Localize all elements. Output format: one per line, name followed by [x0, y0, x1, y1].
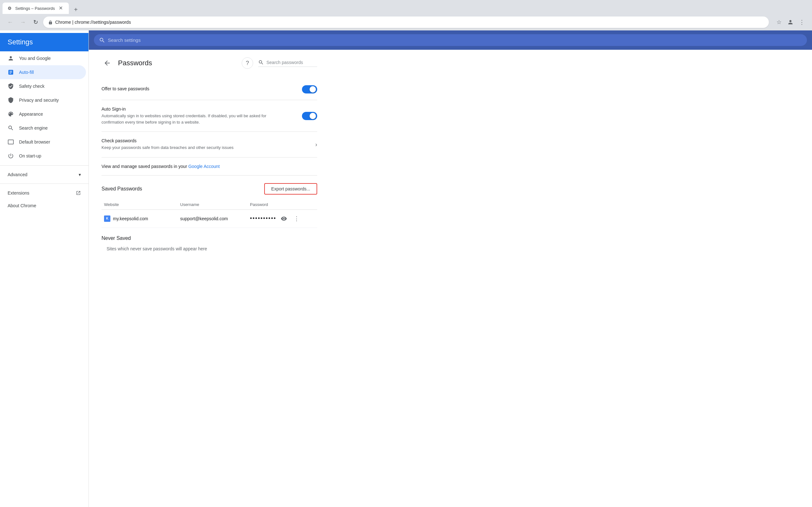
auto-signin-title: Auto Sign-in [101, 107, 302, 112]
check-passwords-content: Check passwords Keep your passwords safe… [101, 138, 315, 151]
browser-chrome: ⚙ Settings – Passwords ✕ + ← → ↻ Chrome … [0, 0, 812, 31]
check-passwords-arrow: › [315, 141, 317, 148]
table-row: K my.keepsolid.com support@keepsolid.com… [101, 210, 317, 228]
new-tab-button[interactable]: + [71, 5, 80, 14]
sidebar-about-chrome[interactable]: About Chrome [0, 199, 89, 212]
table-header-password: Password [247, 202, 317, 207]
manage-text: View and manage saved passwords in your [101, 164, 189, 169]
sidebar-label-auto-fill: Auto-fill [19, 70, 34, 75]
person-icon [8, 55, 14, 61]
offer-save-passwords-action [302, 85, 317, 94]
sidebar-item-on-startup[interactable]: On start-up [0, 149, 86, 163]
settings-search-bar [89, 31, 812, 50]
settings-title: Settings [8, 38, 33, 46]
never-saved-section: Never Saved Sites which never save passw… [101, 228, 317, 259]
sidebar-item-search-engine[interactable]: Search engine [0, 121, 86, 135]
password-dots: •••••••••• [250, 215, 276, 222]
more-options-button[interactable]: ⋮ [292, 214, 302, 224]
sidebar-item-you-google[interactable]: You and Google [0, 51, 86, 65]
forward-nav-button[interactable]: → [18, 17, 28, 27]
address-bar-row: ← → ↻ Chrome | chrome://settings/passwor… [0, 14, 812, 31]
pw-cell-password: •••••••••• ⋮ [247, 214, 317, 224]
username-text: support@keepsolid.com [180, 216, 228, 221]
never-saved-title: Never Saved [101, 235, 317, 241]
auto-signin-toggle[interactable] [302, 112, 317, 120]
address-bar[interactable]: Chrome | chrome://settings/passwords [43, 16, 769, 28]
website-text: my.keepsolid.com [113, 216, 148, 221]
site-favicon: K [104, 216, 110, 222]
search-settings-input[interactable] [108, 38, 802, 43]
sidebar-advanced[interactable]: Advanced ▾ [0, 168, 89, 181]
back-nav-button[interactable]: ← [5, 17, 15, 27]
autofill-icon [8, 69, 14, 75]
auto-signin-desc: Automatically sign in to websites using … [101, 113, 279, 125]
refresh-button[interactable]: ↻ [31, 17, 41, 27]
check-passwords-title: Check passwords [101, 138, 315, 143]
table-header-website: Website [101, 202, 177, 207]
browser-actions: ☆ ⋮ [774, 17, 807, 27]
check-passwords-chevron-icon: › [315, 141, 317, 148]
bookmark-button[interactable]: ☆ [774, 17, 784, 27]
never-saved-desc: Sites which never save passwords will ap… [101, 246, 317, 251]
auto-signin-action [302, 112, 317, 120]
search-input-wrap[interactable] [94, 34, 807, 46]
sidebar-divider-2 [0, 183, 89, 184]
sidebar-label-advanced: Advanced [8, 172, 27, 177]
advanced-chevron-icon: ▾ [79, 172, 81, 177]
tab-title: Settings – Passwords [15, 6, 55, 11]
offer-save-passwords-content: Offer to save passwords [101, 86, 302, 93]
sidebar-label-about: About Chrome [8, 203, 36, 208]
search-settings-icon [99, 37, 105, 43]
auto-signin-content: Auto Sign-in Automatically sign in to we… [101, 107, 302, 125]
sidebar-header: Settings [0, 33, 89, 51]
back-button[interactable] [101, 57, 113, 69]
google-account-link[interactable]: Google Account [189, 164, 220, 169]
show-password-button[interactable] [279, 214, 289, 224]
pw-cell-website: K my.keepsolid.com [101, 216, 177, 222]
auto-signin-row: Auto Sign-in Automatically sign in to we… [101, 100, 317, 132]
offer-save-passwords-title: Offer to save passwords [101, 86, 302, 91]
saved-passwords-header: Saved Passwords Export passwords... [101, 176, 317, 200]
sidebar-item-safety-check[interactable]: Safety check [0, 79, 86, 93]
tab-favicon: ⚙ [8, 6, 13, 11]
active-tab[interactable]: ⚙ Settings – Passwords ✕ [3, 3, 69, 14]
search-passwords-input[interactable] [266, 60, 317, 65]
offer-save-passwords-toggle[interactable] [302, 85, 317, 94]
password-actions: ⋮ [279, 214, 302, 224]
menu-button[interactable]: ⋮ [797, 17, 807, 27]
sidebar-extensions[interactable]: Extensions [0, 186, 89, 199]
search-passwords-wrap[interactable] [258, 59, 317, 67]
tab-close-button[interactable]: ✕ [57, 5, 64, 11]
default-browser-icon [8, 139, 14, 145]
address-text: Chrome | chrome://settings/passwords [55, 20, 131, 25]
settings-container: Settings You and Google Auto-fill Safety… [0, 31, 812, 507]
address-protocol: Chrome | [55, 20, 74, 25]
safety-check-icon [8, 83, 14, 89]
sidebar-label-extensions: Extensions [8, 190, 29, 195]
account-button[interactable] [785, 17, 796, 27]
export-passwords-button[interactable]: Export passwords... [264, 183, 317, 194]
sidebar-item-privacy-security[interactable]: Privacy and security [0, 93, 86, 107]
sidebar-item-auto-fill[interactable]: Auto-fill [0, 65, 86, 79]
saved-passwords-title: Saved Passwords [101, 186, 142, 192]
external-link-icon [76, 190, 81, 195]
sidebar-divider [0, 165, 89, 166]
sidebar-item-appearance[interactable]: Appearance [0, 107, 86, 121]
search-passwords-icon [258, 59, 264, 65]
help-button[interactable]: ? [242, 57, 253, 69]
sidebar-label-search-engine: Search engine [19, 125, 48, 130]
table-header-username: Username [177, 202, 247, 207]
sidebar-label-appearance: Appearance [19, 112, 43, 117]
sidebar: Settings You and Google Auto-fill Safety… [0, 31, 89, 507]
sidebar-label-default-browser: Default browser [19, 139, 50, 145]
sidebar-label-on-startup: On start-up [19, 153, 41, 158]
passwords-page: Passwords ? Offer to save passwords [89, 50, 330, 267]
main-content: Passwords ? Offer to save passwords [89, 31, 812, 507]
address-path: chrome://settings/passwords [74, 20, 131, 25]
check-passwords-row[interactable]: Check passwords Keep your passwords safe… [101, 132, 317, 158]
address-lock-icon [48, 20, 53, 25]
passwords-title: Passwords [118, 59, 237, 67]
sidebar-label-safety-check: Safety check [19, 83, 44, 89]
tab-bar: ⚙ Settings – Passwords ✕ + [0, 0, 812, 14]
sidebar-item-default-browser[interactable]: Default browser [0, 135, 86, 149]
